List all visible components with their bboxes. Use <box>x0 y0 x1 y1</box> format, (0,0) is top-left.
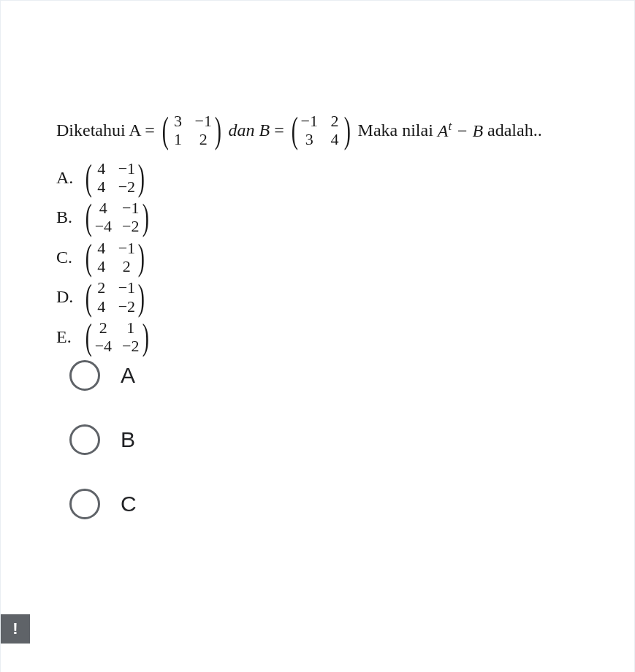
radio-circle-icon[interactable] <box>69 489 100 519</box>
choice-matrix-A: ( 4 −1 4 −2 ) <box>83 159 148 196</box>
right-paren-icon: ) <box>344 115 351 145</box>
radio-options-list: A B C <box>69 360 137 553</box>
matB-a22: 4 <box>328 130 341 148</box>
matA-a21: 1 <box>172 130 185 148</box>
choice-label-A: A. <box>56 168 77 187</box>
radio-circle-icon[interactable] <box>69 424 100 455</box>
radio-label-B: B <box>121 427 135 452</box>
radio-circle-icon[interactable] <box>69 360 100 391</box>
report-problem-button[interactable]: ! <box>1 614 30 644</box>
choice-label-D: D. <box>56 287 77 306</box>
right-paren-icon: ) <box>138 163 145 192</box>
inline-choice-B: B. ( 4 −1 −4 −2 ) <box>56 199 628 236</box>
matA-a22: 2 <box>195 130 212 148</box>
matrix-grid: 2 −1 4 −2 <box>95 278 135 316</box>
radio-option-A[interactable]: A <box>69 360 137 391</box>
inline-choices-list: A. ( 4 −1 4 −2 ) B. ( 4 <box>56 159 628 356</box>
right-paren-icon: ) <box>138 243 145 272</box>
right-paren-icon: ) <box>138 283 145 312</box>
text-adalah: adalah.. <box>487 120 542 141</box>
left-paren-icon: ( <box>292 115 298 145</box>
choice-label-B: B. <box>56 207 77 226</box>
right-paren-icon: ) <box>215 115 221 145</box>
choice-label-E: E. <box>56 327 77 346</box>
expr-A: A <box>438 121 449 140</box>
choice-matrix-B: ( 4 −1 −4 −2 ) <box>83 199 151 236</box>
matB-a21: 3 <box>300 130 317 148</box>
left-paren-icon: ( <box>85 202 92 232</box>
choice-label-C: C. <box>56 248 77 267</box>
matrix-grid: 4 −1 4 2 <box>95 239 135 276</box>
radio-label-C: C <box>121 492 137 516</box>
left-paren-icon: ( <box>85 163 92 192</box>
quiz-page: Diketahui A = ( 3 −1 1 2 ) dan B = ( −1 … <box>0 0 635 672</box>
choice-matrix-D: ( 2 −1 4 −2 ) <box>83 278 148 316</box>
text-dan-B: dan B <box>229 120 270 141</box>
matrix-grid: 4 −1 4 −2 <box>95 159 135 196</box>
right-paren-icon: ) <box>142 322 148 351</box>
question-prefix: Diketahui A = <box>56 120 155 141</box>
left-paren-icon: ( <box>162 115 169 145</box>
exclamation-icon: ! <box>12 619 18 638</box>
matrix-A: ( 3 −1 1 2 ) <box>159 112 224 149</box>
matrix-grid: 4 −1 −4 −2 <box>95 199 140 236</box>
radio-label-A: A <box>121 363 135 388</box>
inline-choice-A: A. ( 4 −1 4 −2 ) <box>56 159 628 196</box>
equals-icon: = <box>274 120 284 141</box>
matrix-B: ( −1 2 3 4 ) <box>289 112 354 149</box>
inline-choice-C: C. ( 4 −1 4 2 ) <box>56 239 628 276</box>
inline-choice-D: D. ( 2 −1 4 −2 ) <box>56 278 628 316</box>
matrix-B-grid: −1 2 3 4 <box>300 112 341 149</box>
inline-choice-E: E. ( 2 1 −4 −2 ) <box>56 318 628 356</box>
question-block: Diketahui A = ( 3 −1 1 2 ) dan B = ( −1 … <box>56 112 628 359</box>
left-paren-icon: ( <box>85 322 92 351</box>
expr-minus-B: − B <box>452 121 483 140</box>
question-statement: Diketahui A = ( 3 −1 1 2 ) dan B = ( −1 … <box>56 112 628 149</box>
radio-option-B[interactable]: B <box>69 424 137 455</box>
expr-At-minus-B: At − B <box>438 119 483 142</box>
text-maka-nilai: Maka nilai <box>358 120 433 141</box>
left-paren-icon: ( <box>85 283 92 312</box>
matrix-grid: 2 1 −4 −2 <box>95 318 140 356</box>
matB-a12: 2 <box>328 112 341 130</box>
matrix-A-grid: 3 −1 1 2 <box>172 112 212 149</box>
right-paren-icon: ) <box>142 202 148 232</box>
choice-matrix-E: ( 2 1 −4 −2 ) <box>83 318 151 356</box>
matB-a11: −1 <box>300 112 317 130</box>
radio-option-C[interactable]: C <box>69 489 137 519</box>
choice-matrix-C: ( 4 −1 4 2 ) <box>83 239 148 276</box>
matA-a11: 3 <box>172 112 185 130</box>
matA-a12: −1 <box>195 112 212 130</box>
left-paren-icon: ( <box>85 243 92 272</box>
